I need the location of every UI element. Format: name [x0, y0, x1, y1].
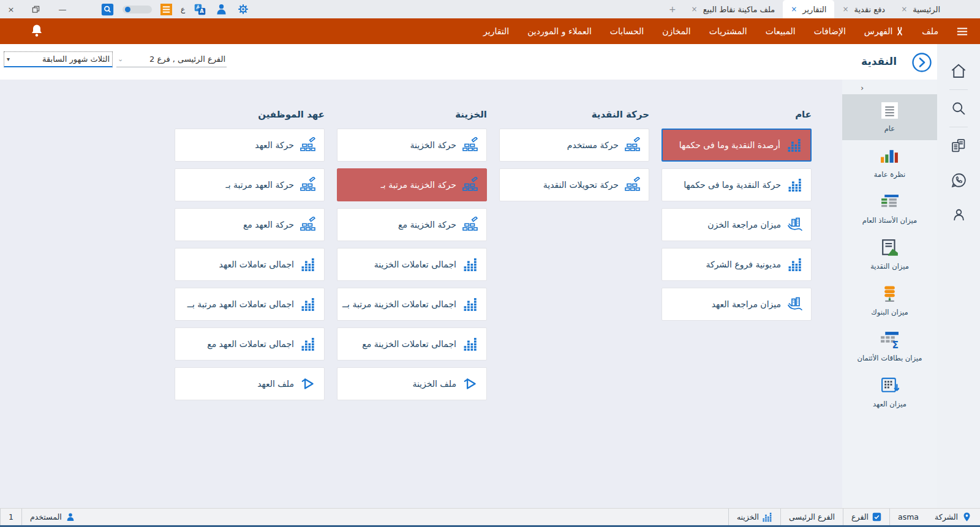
report-card[interactable]: اجمالى تعاملات الخزينة مع — [337, 327, 487, 361]
sidebar-item-label: ميزان الأستاذ العام — [845, 216, 935, 225]
menu-item-5[interactable]: المشتريات — [709, 26, 747, 36]
tab-2[interactable]: دفع نقدية× — [834, 0, 893, 18]
notifications-bell-icon[interactable] — [29, 23, 44, 38]
menu-item-label: المخازن — [662, 26, 691, 36]
tab-3[interactable]: التقارير× — [783, 0, 834, 18]
play-icon — [462, 376, 479, 392]
sidebar-item-7[interactable]: ميزان العهد — [842, 370, 937, 416]
report-card-label: مديونية فروع الشركة — [706, 260, 781, 269]
bars-icon — [300, 297, 317, 312]
report-card[interactable]: حركة العهد مع — [175, 208, 325, 241]
status-item-1[interactable]: الشركة — [927, 509, 980, 525]
list-icon[interactable] — [160, 4, 172, 15]
toggle-switch[interactable] — [123, 6, 152, 13]
home-icon[interactable] — [948, 61, 969, 81]
menu-item-6[interactable]: المخازن — [662, 26, 691, 36]
copy-documents-icon[interactable] — [948, 135, 969, 156]
status-item-label: 1 — [9, 512, 13, 521]
report-card[interactable]: ملف الخزينة — [337, 367, 487, 400]
column-header: عام — [662, 109, 812, 120]
report-card[interactable]: حركة مستخدم — [499, 129, 649, 162]
status-user-item-1[interactable]: المستخدم — [21, 509, 83, 525]
status-item-5[interactable]: الخزينه — [728, 509, 780, 525]
report-card-label: اجمالى تعاملات الخزينة مع — [362, 339, 456, 349]
sidebar-item-4[interactable]: ميزان النقدية — [842, 232, 937, 278]
menu-item-label: ملف — [922, 26, 938, 36]
report-card[interactable]: ميزان مراجعة العهد — [662, 288, 812, 321]
report-card[interactable]: اجمالى تعاملات العهد — [175, 248, 325, 281]
minimize-window-icon[interactable]: — — [58, 5, 67, 14]
translate-icon[interactable]: A — [194, 3, 206, 16]
report-card[interactable]: ميزان مراجعة الخزن — [662, 208, 812, 241]
report-card[interactable]: حركة تحويلات النقدية — [499, 168, 649, 201]
new-tab-button[interactable]: + — [662, 0, 684, 18]
forward-circle-icon[interactable] — [911, 52, 932, 73]
sidebar-item-2[interactable]: نظرة عامة — [842, 140, 937, 186]
report-card-label: حركة الخزينة مع — [398, 220, 456, 230]
tab-1[interactable]: الرئيسية× — [893, 0, 948, 18]
report-card[interactable]: حركة الخزينة — [337, 129, 487, 162]
period-filter-dropdown[interactable]: الثلاث شهور السابقة ▾ — [4, 51, 113, 67]
tab-close-icon[interactable]: × — [791, 5, 797, 13]
branch-filter-dropdown[interactable]: الفرع الرئيسى , فرع 2 ⌄ — [116, 51, 227, 67]
chevron-down-icon: ⌄ — [118, 55, 123, 63]
tab-close-icon[interactable]: × — [901, 5, 907, 13]
menu-item-8[interactable]: العملاء و الموردين — [527, 26, 592, 36]
right-icon-rail — [937, 44, 980, 508]
report-card[interactable]: أرصدة النقدية وما فى حكمها — [662, 129, 812, 162]
search-box-icon[interactable] — [101, 3, 114, 16]
menu-item-7[interactable]: الحسابات — [610, 26, 644, 36]
grid-arrow-icon — [845, 376, 935, 395]
sidebar-item-6[interactable]: Σميزان بطاقات الأئتمان — [842, 324, 937, 370]
menu-item-2[interactable]: الفهرس — [864, 26, 904, 36]
report-card[interactable]: حركة العهد — [175, 129, 325, 162]
report-card[interactable]: ملف العهد — [175, 367, 325, 400]
report-column-3: الخزينةحركة الخزينةحركة الخزينة مرتبة بـ… — [337, 109, 487, 407]
column-header: الخزينة — [337, 109, 487, 120]
branch-filter-value: الفرع الرئيسى , فرع 2 — [149, 54, 225, 64]
cash-report-icon — [845, 238, 935, 258]
report-card[interactable]: حركة الخزينة مرتبة بـ — [337, 168, 487, 201]
sidebar-item-label: ميزان النقدية — [845, 262, 935, 271]
language-letter[interactable]: ع — [181, 5, 185, 13]
report-card[interactable]: حركة العهد مرتبة بـ — [175, 168, 325, 201]
menu-item-label: التقارير — [483, 26, 509, 36]
user-icon[interactable] — [215, 3, 228, 16]
status-item-2[interactable]: asma — [889, 509, 927, 525]
report-column-4: عهد الموظفينحركة العهدحركة العهد مرتبة ب… — [175, 109, 325, 407]
sidebar-item-3[interactable]: ميزان الأستاذ العام — [842, 186, 937, 232]
menu-item-9[interactable]: التقارير — [483, 26, 509, 36]
hamburger-menu-icon[interactable] — [957, 27, 968, 36]
tab-close-icon[interactable]: × — [842, 5, 848, 13]
tab-4[interactable]: ملف ماكينة نقاط البيع× — [684, 0, 783, 18]
collapse-sidebar-icon[interactable]: › — [861, 83, 864, 92]
bars-icon — [462, 297, 479, 312]
status-left-group: المستخدم1 — [0, 509, 83, 525]
status-item-3[interactable]: الفرع — [843, 509, 889, 525]
profile-icon[interactable] — [948, 204, 969, 225]
report-card[interactable]: حركة الخزينة مع — [337, 208, 487, 241]
report-card[interactable]: اجمالى تعاملات الخزينة مرتبة بــ — [337, 288, 487, 321]
menu-item-3[interactable]: الإضافات — [814, 26, 846, 36]
sidebar-item-1[interactable]: عام — [842, 94, 937, 140]
search-icon[interactable] — [948, 98, 969, 119]
restore-window-icon[interactable] — [32, 6, 42, 13]
sidebar-item-5[interactable]: ميزان البنوك — [842, 278, 937, 324]
report-card-label: أرصدة النقدية وما فى حكمها — [679, 140, 780, 150]
status-item-4[interactable]: الفرع الرئيسى — [780, 509, 843, 525]
application-window: × — ع A الرئيسية×دفع نقدية×التقارير×ملف … — [0, 0, 980, 527]
report-card[interactable]: اجمالى تعاملات العهد مع — [175, 327, 325, 361]
menu-item-1[interactable]: ملف — [922, 26, 938, 36]
status-user-item-2[interactable]: 1 — [0, 509, 21, 525]
tab-close-icon[interactable]: × — [692, 5, 698, 13]
settings-gear-icon[interactable] — [236, 2, 250, 16]
report-card-label: اجمالى تعاملات الخزينة مرتبة بــ — [342, 299, 456, 309]
page-title: النقدية — [861, 55, 897, 67]
close-window-icon[interactable]: × — [6, 5, 16, 14]
whatsapp-icon[interactable] — [948, 170, 969, 190]
report-card[interactable]: مديونية فروع الشركة — [662, 248, 812, 281]
report-card[interactable]: حركة النقدية وما فى حكمها — [662, 168, 812, 201]
report-card[interactable]: اجمالى تعاملات الخزينة — [337, 248, 487, 281]
menu-item-4[interactable]: المبيعات — [766, 26, 796, 36]
report-card[interactable]: اجمالى تعاملات العهد مرتبة بــ — [175, 288, 325, 321]
